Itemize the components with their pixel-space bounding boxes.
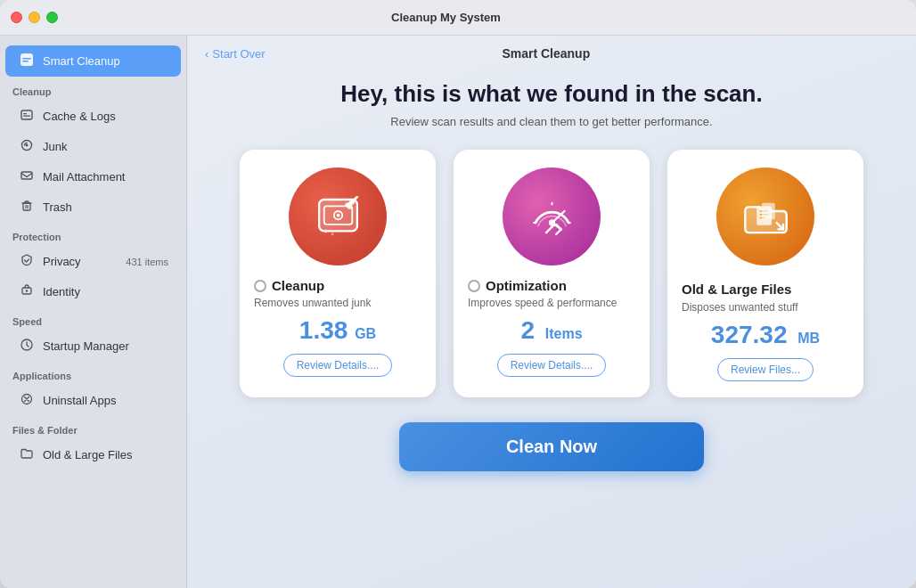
sidebar-item-smart-cleanup[interactable]: Smart Cleanup bbox=[5, 45, 181, 77]
folder-icon bbox=[18, 446, 36, 463]
section-cleanup: Cleanup bbox=[0, 78, 186, 101]
svg-rect-1 bbox=[22, 58, 31, 60]
optimization-review-button[interactable]: Review Details.... bbox=[497, 354, 607, 377]
smart-cleanup-label: Smart Cleanup bbox=[43, 54, 120, 68]
cards-row: Cleanup Removes unwanted junk 1.38 GB Re… bbox=[240, 150, 863, 397]
main-subheadline: Review scan results and clean them to ge… bbox=[390, 115, 712, 128]
cleanup-review-button[interactable]: Review Details.... bbox=[283, 354, 393, 377]
junk-icon bbox=[18, 138, 36, 155]
svg-rect-3 bbox=[21, 110, 32, 119]
sidebar-item-junk[interactable]: Junk bbox=[5, 132, 181, 161]
cleanup-card-desc: Removes unwanted junk bbox=[254, 297, 371, 309]
svg-rect-5 bbox=[23, 116, 30, 117]
privacy-label: Privacy bbox=[43, 255, 81, 268]
mail-attachment-label: Mail Attachment bbox=[43, 170, 126, 184]
sidebar-item-old-large-files[interactable]: Old & Large Files bbox=[5, 440, 181, 470]
section-applications: Applications bbox=[0, 362, 186, 385]
oldfiles-review-button[interactable]: Review Files... bbox=[717, 358, 814, 381]
optimization-icon-circle bbox=[503, 167, 601, 265]
identity-icon bbox=[18, 283, 36, 300]
optimization-radio[interactable] bbox=[468, 280, 480, 292]
cache-logs-label: Cache & Logs bbox=[43, 110, 116, 123]
svg-point-11 bbox=[26, 290, 28, 291]
section-protection: Protection bbox=[0, 223, 186, 246]
trash-label: Trash bbox=[43, 200, 72, 214]
uninstall-icon bbox=[18, 392, 36, 409]
main-content: Smart Cleanup Cleanup Cache & Logs bbox=[0, 36, 916, 588]
old-large-files-card: Old & Large Files Disposes unwanted stuf… bbox=[667, 150, 863, 397]
sidebar-item-trash[interactable]: Trash bbox=[5, 192, 181, 222]
optimization-card-desc: Improves speed & performance bbox=[468, 297, 617, 309]
cleanup-radio[interactable] bbox=[254, 280, 266, 292]
privacy-badge: 431 items bbox=[126, 257, 168, 267]
startup-icon bbox=[18, 338, 36, 355]
privacy-icon bbox=[18, 253, 36, 270]
cleanup-icon-circle bbox=[289, 167, 387, 265]
svg-rect-8 bbox=[21, 172, 32, 179]
oldfiles-icon-circle bbox=[716, 167, 814, 265]
svg-rect-31 bbox=[761, 202, 774, 219]
sidebar-item-startup-manager[interactable]: Startup Manager bbox=[5, 331, 181, 361]
back-label: Start Over bbox=[212, 47, 265, 61]
oldfiles-card-name: Old & Large Files bbox=[682, 282, 791, 297]
content-area: ‹ Start Over Smart Cleanup Hey, this is … bbox=[187, 36, 916, 588]
optimization-card-value: 2 Items bbox=[520, 316, 582, 345]
optimization-radio-row: Optimization bbox=[468, 278, 567, 293]
trash-icon bbox=[18, 199, 36, 216]
svg-point-21 bbox=[331, 233, 333, 235]
main-headline: Hey, this is what we found in the scan. bbox=[340, 80, 762, 108]
app-window: Cleanup My System Smart Cleanup Cleanup bbox=[0, 0, 916, 588]
cleanup-card-name: Cleanup bbox=[272, 278, 324, 293]
svg-point-7 bbox=[26, 144, 29, 147]
optimization-card-name: Optimization bbox=[486, 278, 567, 293]
sidebar: Smart Cleanup Cleanup Cache & Logs bbox=[0, 36, 187, 588]
main-section: Hey, this is what we found in the scan. … bbox=[187, 71, 916, 588]
startup-manager-label: Startup Manager bbox=[43, 339, 129, 353]
section-speed: Speed bbox=[0, 307, 186, 331]
svg-point-20 bbox=[323, 229, 327, 233]
app-title: Cleanup My System bbox=[0, 11, 905, 24]
smart-cleanup-icon bbox=[18, 52, 36, 70]
cleanup-card-value: 1.38 GB bbox=[299, 316, 376, 345]
section-files-folder: Files & Folder bbox=[0, 416, 186, 439]
cleanup-card: Cleanup Removes unwanted junk 1.38 GB Re… bbox=[240, 150, 436, 397]
mail-icon bbox=[18, 168, 36, 185]
old-large-files-label: Old & Large Files bbox=[43, 448, 132, 461]
sidebar-item-identity[interactable]: Identity bbox=[5, 277, 181, 306]
cleanup-radio-row: Cleanup bbox=[254, 278, 324, 293]
uninstall-apps-label: Uninstall Apps bbox=[43, 394, 116, 407]
svg-rect-0 bbox=[20, 53, 33, 66]
svg-point-18 bbox=[336, 213, 339, 216]
back-chevron-icon: ‹ bbox=[205, 47, 209, 61]
svg-rect-4 bbox=[23, 113, 27, 114]
content-header: ‹ Start Over Smart Cleanup bbox=[187, 36, 916, 71]
sidebar-item-uninstall-apps[interactable]: Uninstall Apps bbox=[5, 386, 181, 415]
cache-logs-icon bbox=[18, 108, 36, 125]
sidebar-item-cache-logs[interactable]: Cache & Logs bbox=[5, 102, 181, 131]
sidebar-item-mail-attachment[interactable]: Mail Attachment bbox=[5, 162, 181, 192]
oldfiles-card-value: 327.32 MB bbox=[711, 321, 820, 349]
optimization-card: Optimization Improves speed & performanc… bbox=[454, 150, 650, 397]
oldfiles-card-desc: Disposes unwanted stuff bbox=[682, 301, 798, 314]
svg-rect-9 bbox=[23, 203, 30, 210]
junk-label: Junk bbox=[43, 140, 67, 153]
back-button[interactable]: ‹ Start Over bbox=[205, 47, 266, 61]
clean-now-button[interactable]: Clean Now bbox=[399, 422, 704, 471]
title-bar: Cleanup My System bbox=[0, 0, 916, 36]
sidebar-item-privacy[interactable]: Privacy 431 items bbox=[5, 247, 181, 276]
svg-rect-2 bbox=[22, 61, 29, 62]
page-title: Smart Cleanup bbox=[266, 46, 827, 61]
identity-label: Identity bbox=[43, 285, 80, 298]
